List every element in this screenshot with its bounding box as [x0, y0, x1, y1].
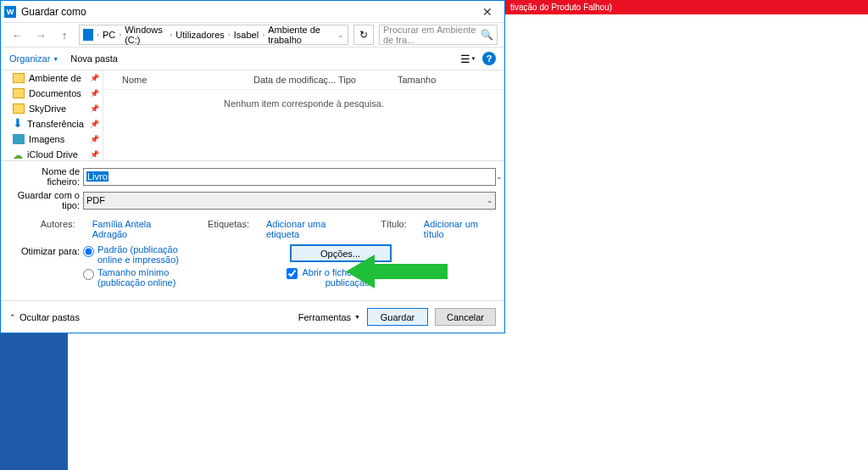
- folder-tree[interactable]: Ambiente de📌 Documentos📌 SkyDrive📌 ⬇Tran…: [1, 70, 103, 160]
- col-type[interactable]: Tipo: [338, 75, 398, 85]
- up-button[interactable]: ↑: [55, 25, 74, 44]
- tree-desktop[interactable]: Ambiente de📌: [1, 70, 103, 86]
- help-button[interactable]: ?: [482, 52, 496, 65]
- pin-icon: 📌: [90, 89, 99, 98]
- chevron-down-icon: ⌄: [487, 196, 493, 204]
- crumb-user[interactable]: Isabel: [234, 30, 259, 40]
- title-bar: W Guardar como ✕: [1, 1, 504, 22]
- chevron-down-icon[interactable]: ⌄: [496, 172, 503, 181]
- authors-value[interactable]: Família Antela Adragão: [92, 219, 182, 239]
- pin-icon: 📌: [90, 150, 99, 159]
- download-icon: ⬇: [13, 119, 23, 129]
- radio-standard-input[interactable]: [83, 246, 94, 257]
- col-name[interactable]: Nome: [122, 75, 253, 85]
- optimize-label: Otimizar para:: [9, 244, 83, 256]
- dialog-body: Ambiente de📌 Documentos📌 SkyDrive📌 ⬇Tran…: [1, 70, 504, 160]
- radio-minimum-input[interactable]: [83, 269, 94, 280]
- pin-icon: 📌: [90, 120, 99, 128]
- forward-button: →: [31, 25, 50, 44]
- col-size[interactable]: Tamanho: [398, 75, 436, 85]
- search-placeholder: Procurar em Ambiente de tra...: [383, 25, 481, 45]
- empty-message: Nenhum item corresponde à pesquisa.: [103, 90, 504, 109]
- chevron-right-icon: ›: [170, 31, 172, 39]
- column-headers[interactable]: Nome Data de modificaç... Tipo Tamanho: [103, 70, 504, 90]
- chevron-right-icon: ›: [97, 31, 99, 39]
- pictures-icon: [13, 134, 25, 144]
- chevron-down-icon: ▼: [354, 314, 360, 320]
- search-icon: 🔍: [481, 29, 493, 41]
- file-list[interactable]: Nome Data de modificaç... Tipo Tamanho N…: [103, 70, 504, 160]
- address-bar[interactable]: › PC › Windows (C:) › Utilizadores › Isa…: [79, 25, 348, 45]
- crumb-desktop[interactable]: Ambiente de trabalho: [268, 25, 334, 45]
- filetype-select[interactable]: PDF⌄: [83, 192, 496, 210]
- chevron-right-icon: ›: [228, 31, 231, 39]
- chevron-right-icon: ›: [262, 31, 264, 39]
- product-activation-banner: tivação do Produto Falhou): [505, 0, 868, 14]
- new-folder-button[interactable]: Nova pasta: [70, 53, 118, 64]
- pin-icon: 📌: [90, 135, 99, 143]
- tree-skydrive[interactable]: SkyDrive📌: [1, 101, 103, 116]
- options-button[interactable]: Opções...: [290, 244, 392, 262]
- tree-pictures[interactable]: Imagens📌: [1, 131, 103, 147]
- radio-minimum[interactable]: Tamanho mínimo (publicação online): [83, 267, 185, 288]
- cloud-icon: ☁: [13, 149, 23, 159]
- hide-folders-button[interactable]: ⌃Ocultar pastas: [9, 312, 80, 322]
- save-as-dialog: W Guardar como ✕ ← → ↑ › PC › Windows (C…: [0, 0, 505, 333]
- back-button[interactable]: ←: [8, 25, 26, 44]
- folder-icon: [13, 104, 25, 114]
- tags-label: Etiquetas:: [208, 219, 249, 229]
- view-options-button[interactable]: ☰▼: [460, 51, 476, 66]
- title-value[interactable]: Adicionar um título: [424, 219, 496, 239]
- title-label: Título:: [381, 219, 407, 229]
- folder-icon: [13, 88, 25, 98]
- open-after-input[interactable]: [287, 268, 298, 279]
- radio-standard[interactable]: Padrão (publicação online e impressão): [83, 244, 185, 265]
- chevron-up-icon: ⌃: [9, 313, 16, 322]
- col-date[interactable]: Data de modificaç...: [253, 75, 338, 85]
- tree-icloud[interactable]: ☁iCloud Drive📌: [1, 147, 103, 160]
- tree-downloads[interactable]: ⬇Transferência📌: [1, 116, 103, 131]
- chevron-down-icon: ▼: [53, 56, 58, 62]
- filetype-label: Guardar com o tipo:: [9, 190, 83, 210]
- chevron-right-icon: ›: [119, 31, 121, 39]
- dialog-footer: ⌃Ocultar pastas Ferramentas▼ Guardar Can…: [1, 300, 504, 333]
- tools-menu[interactable]: Ferramentas▼: [298, 312, 360, 322]
- pin-icon: 📌: [90, 104, 99, 113]
- crumb-users[interactable]: Utilizadores: [175, 30, 224, 40]
- toolbar: Organizar▼ Nova pasta ☰▼ ?: [1, 47, 504, 70]
- nav-row: ← → ↑ › PC › Windows (C:) › Utilizadores…: [1, 22, 504, 47]
- crumb-windows[interactable]: Windows (C:): [125, 25, 166, 45]
- dialog-title: Guardar como: [21, 6, 86, 18]
- authors-label: Autores:: [9, 219, 75, 229]
- refresh-button[interactable]: ↻: [353, 25, 374, 45]
- filename-input[interactable]: Livro⌄: [83, 168, 496, 186]
- pc-icon: [83, 29, 93, 41]
- form-area: Nome de ficheiro: Livro⌄ Guardar com o t…: [1, 160, 504, 300]
- pin-icon: 📌: [90, 74, 99, 82]
- word-icon: W: [4, 6, 16, 18]
- save-button[interactable]: Guardar: [367, 308, 428, 326]
- open-after-checkbox[interactable]: Abrir o ficheiro após a publicação: [287, 267, 394, 288]
- crumb-pc[interactable]: PC: [103, 30, 115, 40]
- search-input[interactable]: Procurar em Ambiente de tra... 🔍: [379, 25, 498, 45]
- close-button[interactable]: ✕: [470, 1, 504, 22]
- filename-label: Nome de ficheiro:: [9, 166, 83, 187]
- tags-value[interactable]: Adicionar uma etiqueta: [266, 219, 355, 239]
- tree-documents[interactable]: Documentos📌: [1, 86, 103, 101]
- organize-menu[interactable]: Organizar▼: [9, 53, 58, 64]
- folder-icon: [13, 73, 25, 83]
- cancel-button[interactable]: Cancelar: [435, 308, 496, 326]
- chevron-down-icon[interactable]: ⌄: [337, 31, 344, 39]
